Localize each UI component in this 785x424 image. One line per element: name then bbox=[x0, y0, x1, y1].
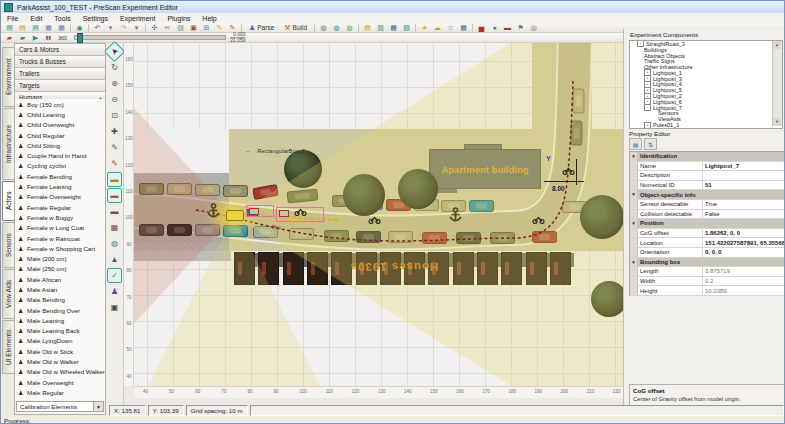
actor-tool[interactable]: ♟ bbox=[107, 284, 122, 299]
menu-settings[interactable]: Settings bbox=[77, 15, 114, 22]
star-yellow-icon[interactable]: ★ bbox=[419, 22, 431, 33]
rectangular-box-label[interactable]: – RectangularBox_2 bbox=[246, 148, 305, 154]
category-cars-motors[interactable]: Cars & Motors bbox=[15, 44, 105, 56]
property-section-position[interactable]: ▾Position bbox=[630, 219, 785, 229]
list-item[interactable]: ♟Male Asian bbox=[15, 284, 105, 294]
star-teal-icon[interactable]: ☆ bbox=[445, 22, 457, 33]
tree-item-poles01-1[interactable]: +Poles01_1 bbox=[630, 122, 782, 128]
property-row-height[interactable]: Height10.0389 bbox=[630, 286, 785, 296]
components-tree[interactable]: +StraightRoad_3BuildingsAbstract Objects… bbox=[629, 40, 783, 129]
property-value[interactable]: True bbox=[703, 200, 785, 209]
list-item[interactable]: ♟Male (200 cm) bbox=[15, 253, 105, 263]
list-item[interactable]: ♟Male (250 cm) bbox=[15, 264, 105, 274]
section-collapse-icon[interactable]: ▾ bbox=[630, 152, 638, 161]
scroll-up-icon[interactable]: ▲ bbox=[773, 41, 781, 49]
parse-button[interactable]: ♟Parse bbox=[245, 23, 278, 33]
property-row-collision-detectable[interactable]: Collision detectableFalse bbox=[630, 210, 785, 220]
grid-icon[interactable]: ⊞ bbox=[201, 22, 213, 33]
library-item-list[interactable]: ♟Boy (150 cm)♟Child Leaning♟Child Overwe… bbox=[15, 99, 105, 400]
property-value[interactable]: 3.875719 bbox=[703, 267, 785, 276]
menu-file[interactable]: File bbox=[1, 15, 24, 22]
bar-chart-icon[interactable]: ▅ bbox=[476, 22, 488, 33]
list-item[interactable]: ♟Couple Hand In Hand bbox=[15, 150, 105, 160]
list-item[interactable]: ♟Male Overweight bbox=[15, 377, 105, 387]
world-green-icon[interactable]: ◍ bbox=[318, 22, 330, 33]
property-value[interactable]: 0, 0, 0 bbox=[703, 248, 785, 257]
validate-tool[interactable]: ✓ bbox=[107, 268, 122, 283]
property-value[interactable]: False bbox=[703, 210, 785, 219]
flag-icon[interactable]: ⚑ bbox=[515, 22, 527, 33]
zoom-window-tool[interactable]: ⊡ bbox=[107, 108, 122, 123]
road-join-tool[interactable]: ▬ bbox=[107, 204, 122, 219]
zoom-out-tool[interactable]: ⊖ bbox=[107, 92, 122, 107]
property-section-bounding-box[interactable]: ▾Bounding box bbox=[630, 258, 785, 268]
list-item[interactable]: ♟Female Overweight bbox=[15, 192, 105, 202]
categorized-view-icon[interactable]: ▤ bbox=[629, 138, 642, 150]
calibration-elements-select[interactable]: Calibration Elements ▼ bbox=[16, 401, 104, 412]
chart-icon[interactable]: ▥ bbox=[375, 22, 387, 33]
list-item[interactable]: ♟Child Regular bbox=[15, 130, 105, 140]
property-row-description[interactable]: Description bbox=[630, 171, 785, 181]
list-item[interactable]: ♟Female Bending bbox=[15, 171, 105, 181]
record-icon[interactable]: ◎ bbox=[528, 22, 540, 33]
save-all-icon[interactable]: ▦ bbox=[56, 22, 68, 33]
list-item[interactable]: ♟Boy (150 cm) bbox=[15, 99, 105, 109]
list-item[interactable]: ♟Male Leaning Back bbox=[15, 326, 105, 336]
build-button[interactable]: ⚒Build bbox=[280, 23, 311, 33]
experiment-canvas[interactable]: Houses 1930s Apartment building Rec – Re… bbox=[134, 43, 623, 386]
export-run-icon[interactable]: ▰ bbox=[17, 32, 29, 43]
redo-dropdown-icon[interactable]: ▾ bbox=[131, 22, 143, 33]
replay-icon[interactable]: ▰ bbox=[4, 32, 16, 43]
ego-vehicle[interactable] bbox=[226, 210, 244, 221]
list-item[interactable]: ♟Child Overweight bbox=[15, 120, 105, 130]
property-section-object-specific-info[interactable]: ▾Object-specific info bbox=[630, 190, 785, 200]
list-item[interactable]: ♟Male Old w Stick bbox=[15, 346, 105, 356]
list-item[interactable]: ♟Female Regular bbox=[15, 202, 105, 212]
category-trailers[interactable]: Trailers bbox=[15, 68, 105, 80]
media-icon[interactable]: ▣ bbox=[188, 22, 200, 33]
list-item[interactable]: ♟Male Running bbox=[15, 398, 105, 400]
world-run-icon[interactable]: ◍ bbox=[344, 22, 356, 33]
list-item[interactable]: ♟Male Regular bbox=[15, 387, 105, 397]
property-row-width[interactable]: Width0.2 bbox=[630, 277, 785, 287]
rotate-view-tool[interactable]: ↻ bbox=[107, 60, 122, 75]
category-trucks-busses[interactable]: Trucks & Busses bbox=[15, 56, 105, 68]
clipboard-icon[interactable]: ▨ bbox=[175, 22, 187, 33]
list-item[interactable]: ♟Child Leaning bbox=[15, 109, 105, 119]
menu-edit[interactable]: Edit bbox=[24, 15, 48, 22]
scroll-down-icon[interactable]: ▼ bbox=[773, 118, 781, 126]
list-item[interactable]: ♟Male LyingDown bbox=[15, 336, 105, 346]
property-row-cog-offset[interactable]: CoG offset1.86262, 0, 0 bbox=[630, 229, 785, 239]
list-item[interactable]: ♟Male Old w Walker bbox=[15, 356, 105, 366]
list-item[interactable]: ♟Female w Buggy bbox=[15, 212, 105, 222]
chevron-down-icon[interactable]: ▼ bbox=[93, 402, 103, 411]
image-icon[interactable]: ▧ bbox=[401, 22, 413, 33]
play-icon[interactable]: ▶ bbox=[30, 32, 42, 43]
list-item[interactable]: ♟Female w Shopping Cart bbox=[15, 243, 105, 253]
list-item[interactable]: ♟Female w Long Coat bbox=[15, 223, 105, 233]
property-value[interactable]: 51 bbox=[703, 181, 785, 190]
property-section-identification[interactable]: ▾Identification bbox=[630, 152, 785, 162]
section-collapse-icon[interactable]: ▾ bbox=[630, 219, 638, 228]
expand-icon[interactable]: + bbox=[644, 122, 651, 129]
collapse-icon[interactable]: - bbox=[644, 104, 651, 111]
list-item[interactable]: ♟Female Leaning bbox=[15, 181, 105, 191]
list-item[interactable]: ♟Male Bending Over bbox=[15, 305, 105, 315]
section-collapse-icon[interactable]: ▾ bbox=[630, 190, 638, 199]
globe-icon[interactable]: ● bbox=[489, 22, 501, 33]
undo-icon[interactable]: ↶ bbox=[92, 22, 104, 33]
list-item[interactable]: ♟Male Bending bbox=[15, 295, 105, 305]
pause-icon[interactable]: ▮▮ bbox=[43, 32, 55, 43]
list-item[interactable]: ♟Child Sitting bbox=[15, 140, 105, 150]
cloud-icon[interactable]: ☁ bbox=[432, 22, 444, 33]
timeline-slider-handle[interactable] bbox=[77, 33, 83, 43]
surface-tool[interactable]: ▦ bbox=[107, 220, 122, 235]
world-tool[interactable]: ◍ bbox=[107, 236, 122, 251]
marker-tool[interactable]: ▣ bbox=[107, 300, 122, 315]
road-bend-tool[interactable]: ▬ bbox=[107, 188, 122, 203]
category-targets[interactable]: Targets bbox=[15, 80, 105, 92]
film-icon[interactable]: ▦ bbox=[388, 22, 400, 33]
menu-experiment[interactable]: Experiment bbox=[114, 15, 161, 22]
snapshot-icon[interactable]: ▦ bbox=[458, 22, 470, 33]
terrain-tool[interactable]: ▲ bbox=[107, 252, 122, 267]
